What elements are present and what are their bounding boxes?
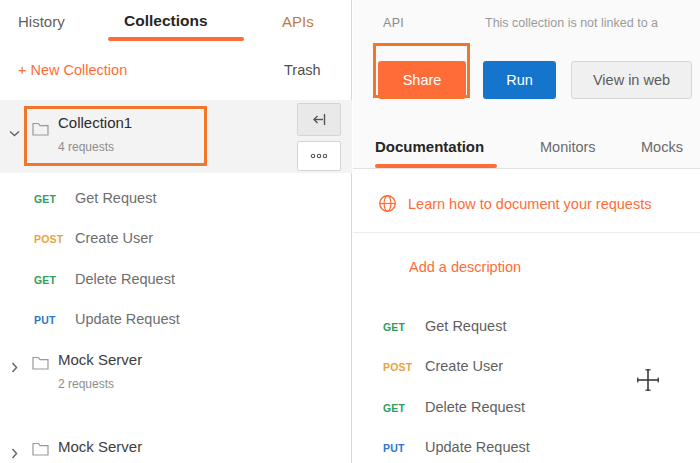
folder-name[interactable]: Mock Server	[58, 351, 142, 368]
chevron-down-icon[interactable]	[9, 130, 20, 137]
postman-app: History Collections APIs + New Collectio…	[0, 0, 700, 463]
method-label: GET	[34, 274, 72, 286]
sidebar: History Collections APIs + New Collectio…	[0, 0, 352, 463]
method-label: POST	[383, 361, 421, 373]
method-label: PUT	[34, 314, 72, 326]
folder-name[interactable]: Mock Server	[58, 438, 142, 455]
run-button[interactable]: Run	[483, 61, 556, 99]
request-name: Update Request	[75, 311, 180, 327]
method-label: POST	[34, 233, 72, 245]
request-name: Delete Request	[75, 271, 175, 287]
tab-collections[interactable]: Collections	[124, 12, 208, 30]
learn-documentation-link[interactable]: Learn how to document your requests	[408, 196, 651, 212]
folder-icon	[32, 442, 49, 456]
folder-meta: 2 requests	[58, 377, 114, 391]
request-row[interactable]: PUT Update Request	[0, 310, 352, 334]
add-description-link[interactable]: Add a description	[409, 259, 521, 275]
collection-header: API This collection is not linked to a S…	[353, 0, 700, 169]
collapse-sidebar-button[interactable]	[297, 103, 341, 136]
request-row[interactable]: PUT Update Request	[353, 438, 700, 462]
method-label: GET	[383, 402, 421, 414]
folder-icon	[32, 356, 49, 370]
globe-icon	[378, 194, 397, 213]
active-doc-tab-underline	[375, 164, 497, 168]
method-label: GET	[34, 193, 72, 205]
request-name: Update Request	[425, 439, 530, 455]
request-row[interactable]: POST Create User	[0, 229, 352, 253]
link-notice: This collection is not linked to a	[485, 16, 658, 30]
collection-meta: 4 requests	[58, 140, 114, 154]
request-name: Create User	[425, 358, 503, 374]
request-name: Create User	[75, 230, 153, 246]
collection-row[interactable]: Collection1 4 requests	[0, 100, 352, 173]
api-label: API	[383, 16, 404, 30]
request-row[interactable]: GET Delete Request	[353, 398, 700, 422]
request-row[interactable]: GET Get Request	[353, 317, 700, 341]
trash-button[interactable]: Trash	[284, 62, 321, 78]
request-row[interactable]: POST Create User	[353, 357, 700, 381]
three-dots-icon	[310, 153, 328, 159]
tab-apis[interactable]: APIs	[282, 13, 314, 30]
request-row[interactable]: GET Get Request	[0, 189, 352, 213]
request-row[interactable]: GET Delete Request	[0, 270, 352, 294]
collapse-left-icon	[311, 113, 327, 126]
chevron-right-icon[interactable]	[11, 362, 18, 373]
method-label: PUT	[383, 442, 421, 454]
tab-history[interactable]: History	[18, 13, 65, 30]
active-tab-underline	[108, 37, 244, 41]
divider	[353, 232, 700, 233]
tab-mocks[interactable]: Mocks	[641, 139, 683, 155]
request-name: Get Request	[75, 190, 156, 206]
request-name: Delete Request	[425, 399, 525, 415]
main-panel: API This collection is not linked to a S…	[353, 0, 700, 463]
view-in-web-button[interactable]: View in web	[571, 61, 692, 99]
more-options-button[interactable]	[297, 141, 341, 171]
tab-documentation[interactable]: Documentation	[375, 138, 484, 155]
chevron-right-icon[interactable]	[11, 448, 18, 459]
new-collection-button[interactable]: + New Collection	[18, 62, 127, 78]
share-button[interactable]: Share	[378, 61, 466, 99]
tab-monitors[interactable]: Monitors	[540, 139, 596, 155]
method-label: GET	[383, 321, 421, 333]
collection-name: Collection1	[58, 114, 132, 131]
request-name: Get Request	[425, 318, 506, 334]
folder-icon	[32, 122, 49, 136]
